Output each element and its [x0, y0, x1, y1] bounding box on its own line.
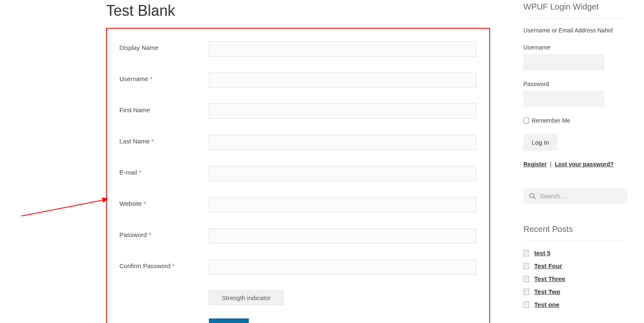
annotation-arrow-icon — [21, 195, 108, 216]
post-link[interactable]: Test one — [534, 301, 560, 308]
svg-point-2 — [530, 193, 534, 197]
field-label: First Name — [119, 104, 209, 113]
register-link[interactable]: Register — [523, 161, 547, 168]
field-label: Confirm Password * — [119, 259, 209, 269]
list-item: test 5 — [523, 249, 627, 256]
list-item: Test Two — [523, 288, 627, 295]
field-label: Display Name — [119, 41, 209, 51]
link-separator: | — [550, 161, 552, 168]
display-name-input[interactable] — [209, 41, 477, 57]
required-indicator: * — [150, 75, 152, 82]
list-item: Test one — [523, 301, 627, 308]
list-item: Test Three — [523, 275, 627, 282]
post-link[interactable]: Test Two — [534, 288, 560, 295]
login-widget: WPUF Login Widget Username or Email Addr… — [523, 2, 627, 168]
required-indicator: * — [144, 200, 146, 207]
username-label: Username — [523, 44, 627, 51]
registration-form: Display Name Username *First Name Last N… — [106, 28, 490, 323]
document-icon — [523, 263, 529, 269]
document-icon — [523, 301, 529, 308]
required-indicator: * — [139, 169, 141, 176]
search-icon — [529, 193, 536, 200]
register-button[interactable]: Register — [209, 318, 249, 323]
list-item: Test Four — [523, 262, 627, 269]
remember-me-checkbox[interactable] — [523, 118, 529, 123]
e-mail-input[interactable] — [209, 166, 477, 181]
recent-posts-widget: Recent Posts test 5Test FourTest ThreeTe… — [523, 224, 627, 308]
login-widget-title: WPUF Login Widget — [523, 2, 627, 19]
login-description: Username or Email Address Nahid — [523, 27, 627, 34]
required-indicator: * — [172, 262, 175, 269]
search-input[interactable] — [540, 192, 622, 200]
required-indicator: * — [151, 138, 154, 145]
document-icon — [523, 288, 529, 295]
remember-me-label: Remember Me — [532, 117, 570, 124]
field-label: Username * — [119, 72, 209, 82]
svg-line-0 — [21, 200, 106, 216]
password-strength-indicator: Strength indicator — [209, 291, 284, 305]
login-password-input[interactable] — [523, 91, 604, 107]
post-link[interactable]: test 5 — [534, 249, 550, 256]
login-username-input[interactable] — [523, 54, 604, 71]
password-input[interactable] — [209, 228, 477, 244]
document-icon — [523, 276, 529, 282]
login-button[interactable]: Log In — [523, 134, 557, 151]
username-input[interactable] — [209, 72, 477, 88]
search-box[interactable] — [523, 188, 627, 204]
first-name-input[interactable] — [209, 104, 477, 119]
field-label: Password * — [119, 228, 209, 238]
recent-posts-title: Recent Posts — [523, 224, 627, 241]
post-link[interactable]: Test Three — [534, 275, 565, 282]
page-title: Test Blank — [106, 0, 490, 20]
field-label: Last Name * — [119, 135, 209, 145]
confirm-password-input[interactable] — [209, 259, 477, 275]
required-indicator: * — [149, 231, 151, 238]
password-label: Password — [523, 81, 627, 87]
field-label: Website * — [119, 197, 209, 207]
field-label: E-mail * — [119, 166, 209, 176]
post-link[interactable]: Test Four — [534, 262, 562, 269]
last-name-input[interactable] — [209, 135, 477, 150]
website-input[interactable] — [209, 197, 477, 212]
document-icon — [523, 250, 529, 256]
svg-line-3 — [534, 197, 536, 199]
lost-password-link[interactable]: Lost your password? — [555, 161, 614, 168]
